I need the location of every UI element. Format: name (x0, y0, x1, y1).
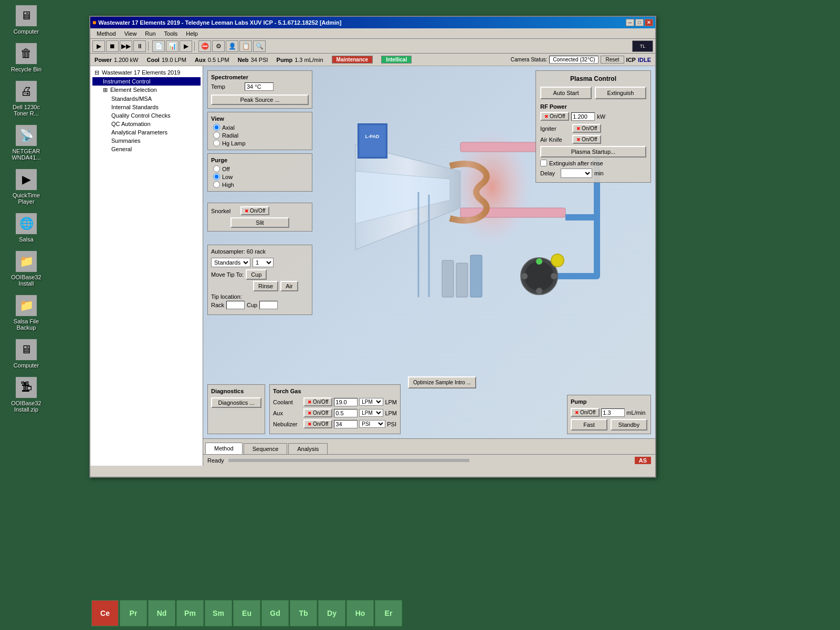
rinse-button[interactable]: Rinse (253, 281, 278, 291)
pump-value-input[interactable] (601, 408, 625, 417)
diagnostics-button[interactable]: Diagnostics ... (211, 397, 261, 408)
desktop-icon-salsa[interactable]: 🌐 Salsa (5, 213, 47, 243)
element-tb[interactable]: Tb (290, 600, 317, 626)
igniter-onoff-button[interactable]: ✖ On/Off (572, 124, 601, 133)
pump-onoff-button[interactable]: ✖ On/Off (571, 408, 600, 417)
toolbar-btn-7[interactable]: ▶ (180, 40, 192, 52)
view-axial-radio[interactable] (213, 124, 220, 131)
tab-sequence[interactable]: Sequence (244, 443, 288, 454)
desktop-icon-computer-bottom[interactable]: 🖥 Computer (5, 339, 47, 369)
aux-onoff-button[interactable]: ✖ On/Off (303, 408, 332, 417)
tree-item-element-selection[interactable]: ⊞ Element Selection (92, 86, 201, 94)
desktop-icon-ooibase-install[interactable]: 📁 OOIBase32Install (5, 251, 47, 287)
tree-item-analytical[interactable]: Analytical Parameters (92, 128, 201, 136)
tree-item-summaries[interactable]: Summaries (92, 136, 201, 145)
coolant-onoff-button[interactable]: ✖ On/Off (303, 397, 332, 406)
desktop-icon-recycle-bin[interactable]: 🗑 Recycle Bin (5, 43, 47, 72)
element-gd[interactable]: Gd (261, 600, 289, 626)
purge-high-radio[interactable] (213, 181, 220, 188)
plasma-startup-button[interactable]: Plasma Startup... (540, 146, 646, 158)
extinguish-rinse-checkbox[interactable] (540, 160, 547, 166)
autosampler-type-select[interactable]: Standards Samples Blanks (211, 258, 250, 267)
purge-low-radio[interactable] (213, 173, 220, 180)
slit-button[interactable]: Slit (230, 217, 289, 228)
standby-button[interactable]: Standby (611, 419, 647, 430)
maintenance-button[interactable]: Maintenance (332, 56, 373, 64)
desktop-icon-netgear[interactable]: 📡 NETGEARWNDA41... (5, 125, 47, 161)
toolbar-btn-9[interactable]: ⚙ (212, 40, 225, 52)
air-button[interactable]: Air (280, 281, 298, 291)
rf-value-input[interactable] (571, 112, 595, 121)
toolbar-btn-5[interactable]: 📄 (152, 40, 165, 52)
tree-item-instrument-control[interactable]: Instrument Control (92, 77, 201, 86)
toolbar-btn-12[interactable]: 🔍 (253, 40, 266, 52)
desktop-icon-salsa-backup[interactable]: 📁 Salsa FileBackup (5, 295, 47, 331)
neb-onoff-button[interactable]: ✖ On/Off (303, 419, 332, 428)
desktop-icon-quicktime[interactable]: ▶ QuickTimePlayer (5, 169, 47, 205)
optimize-button[interactable]: Optimize Sample Intro ... (408, 376, 476, 388)
toolbar-btn-2[interactable]: ⏹ (106, 40, 119, 52)
element-sm[interactable]: Sm (205, 600, 232, 626)
tree-item-root[interactable]: ⊟ Wastewater 17 Elements 2019 (92, 68, 201, 77)
neb-unit-select[interactable]: PSI (359, 420, 385, 428)
maximize-button[interactable]: □ (635, 19, 644, 26)
reset-button[interactable]: Reset (601, 56, 624, 64)
element-er[interactable]: Er (375, 600, 402, 626)
rf-onoff-button[interactable]: ✖ On/Off (540, 112, 569, 121)
rack-field[interactable] (226, 301, 245, 309)
menu-help[interactable]: Help (182, 29, 202, 38)
cup-field[interactable] (259, 301, 278, 309)
toolbar-btn-3[interactable]: ▶▶ (120, 40, 132, 52)
purge-off-option[interactable]: Off (213, 165, 309, 172)
desktop-icon-computer-top[interactable]: 🖥 Computer (5, 5, 47, 35)
toolbar-btn-4[interactable]: ⏸ (133, 40, 146, 52)
menu-tools[interactable]: Tools (160, 29, 182, 38)
coolant-value-input[interactable] (334, 398, 358, 406)
tree-item-qc-automation[interactable]: QC Automation (92, 120, 201, 128)
delay-select[interactable]: 1 2 5 (561, 169, 592, 178)
aux-value-input[interactable] (334, 409, 358, 417)
tree-item-qc-checks[interactable]: Quality Control Checks (92, 111, 201, 120)
toolbar-btn-8[interactable]: ⛔ (198, 40, 211, 52)
element-nd[interactable]: Nd (148, 600, 175, 626)
coolant-unit-select[interactable]: LPM (359, 398, 383, 406)
toolbar-btn-1[interactable]: ▶ (92, 40, 105, 52)
airknife-onoff-button[interactable]: ✖ On/Off (572, 135, 601, 144)
menu-method[interactable]: Method (92, 29, 120, 38)
cup-button[interactable]: Cup (246, 269, 267, 280)
snorkel-onoff-button[interactable]: ✖ On/Off (240, 206, 269, 215)
view-hglamp-radio[interactable] (213, 140, 220, 146)
tab-analysis[interactable]: Analysis (288, 443, 328, 454)
peak-source-button[interactable]: Peak Source ... (211, 94, 309, 105)
tree-item-standards[interactable]: Standards/MSA (92, 94, 201, 103)
tab-method[interactable]: Method (205, 443, 243, 454)
purge-low-option[interactable]: Low (213, 173, 309, 180)
minimize-button[interactable]: ─ (626, 19, 634, 26)
toolbar-btn-11[interactable]: 📋 (239, 40, 252, 52)
element-ho[interactable]: Ho (346, 600, 374, 626)
aux-unit-select[interactable]: LPM (359, 409, 383, 417)
purge-high-option[interactable]: High (213, 181, 309, 188)
fast-button[interactable]: Fast (571, 419, 607, 430)
view-radial-radio[interactable] (213, 132, 220, 139)
toolbar-btn-10[interactable]: 👤 (226, 40, 238, 52)
toolbar-btn-6[interactable]: 📊 (166, 40, 178, 52)
menu-view[interactable]: View (120, 29, 141, 38)
auto-start-button[interactable]: Auto Start (540, 87, 592, 99)
view-hglamp-option[interactable]: Hg Lamp (213, 140, 309, 146)
extinguish-button[interactable]: Extinguish (595, 87, 646, 99)
desktop-icon-ooibase-zip[interactable]: 🗜 OOIBase32Install.zip (5, 377, 47, 413)
element-pm[interactable]: Pm (176, 600, 204, 626)
close-button[interactable]: ✕ (645, 19, 653, 26)
autosampler-number-select[interactable]: 1 2 3 (253, 258, 274, 267)
element-pr[interactable]: Pr (120, 600, 147, 626)
temp-field[interactable] (245, 82, 274, 91)
purge-off-radio[interactable] (213, 165, 220, 172)
intellical-button[interactable]: Intellical (381, 56, 412, 64)
element-dy[interactable]: Dy (318, 600, 345, 626)
neb-value-input[interactable] (334, 420, 358, 428)
desktop-icon-dell[interactable]: 🖨 Dell 1230cToner R... (5, 81, 47, 117)
view-axial-option[interactable]: Axial (213, 124, 309, 131)
menu-run[interactable]: Run (141, 29, 160, 38)
tree-item-general[interactable]: General (92, 145, 201, 153)
